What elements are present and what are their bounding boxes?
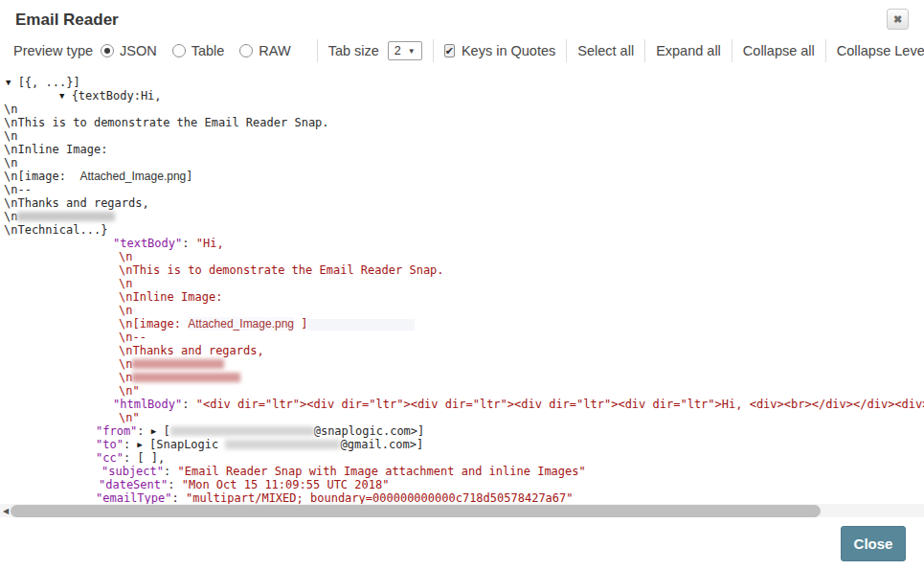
json-string-value: "Mon Oct 15 11:09:55 UTC 2018" bbox=[182, 478, 390, 491]
horizontal-scrollbar[interactable]: ◀ bbox=[0, 504, 924, 518]
keys-in-quotes-checkbox[interactable]: ✔ bbox=[444, 44, 455, 57]
json-segment: [ bbox=[156, 424, 169, 438]
json-line: ▼ {textBody:Hi, bbox=[0, 89, 924, 103]
json-line: "htmlBody": "<div dir="ltr"><div dir="lt… bbox=[0, 398, 924, 411]
json-key: "from" bbox=[96, 424, 137, 438]
json-string-value: "Hi, bbox=[196, 237, 224, 250]
json-segment: Attached_Image.png bbox=[188, 317, 294, 331]
json-string-value: \n" bbox=[119, 411, 140, 424]
json-segment: {textBody:Hi, bbox=[64, 89, 161, 103]
toolbar-divider bbox=[644, 39, 645, 62]
toolbar-divider bbox=[317, 39, 318, 62]
redacted-text bbox=[132, 373, 240, 382]
json-key: "htmlBody" bbox=[113, 398, 182, 411]
modal-footer: Close bbox=[0, 517, 924, 570]
json-segment: : bbox=[182, 398, 195, 411]
json-string-value: \nThis is to demonstrate the Email Reade… bbox=[119, 263, 444, 277]
json-segment bbox=[307, 319, 415, 331]
json-key: "to" bbox=[96, 438, 124, 451]
json-key: "textBody" bbox=[113, 237, 182, 250]
tab-size-value: 2 bbox=[394, 44, 401, 57]
expand-all-button[interactable]: Expand all bbox=[656, 43, 721, 58]
expand-toggle-icon[interactable]: ▶ bbox=[151, 424, 156, 438]
preview-type-label: Preview type bbox=[13, 43, 93, 58]
json-line: \n" bbox=[0, 411, 924, 424]
json-segment: \nTechnical...} bbox=[4, 223, 107, 237]
json-segment: \nThis is to demonstrate the Email Reade… bbox=[4, 116, 329, 129]
radio-raw-icon[interactable] bbox=[239, 44, 253, 57]
json-line: "from": ▶ [@snaplogic.com>] bbox=[0, 424, 924, 438]
json-key: "subject" bbox=[101, 465, 164, 478]
json-line: "to": ▶ [SnapLogic @gmail.com>] bbox=[0, 438, 924, 451]
json-segment: : bbox=[164, 465, 177, 478]
json-line: \n bbox=[0, 250, 924, 263]
json-line: \n bbox=[0, 357, 924, 371]
json-line: "cc": [ ], bbox=[0, 451, 924, 465]
toolbar-divider bbox=[732, 39, 732, 62]
toolbar-divider bbox=[433, 39, 434, 62]
json-line: \nThanks and regards, bbox=[0, 344, 924, 357]
json-segment: \n bbox=[4, 156, 17, 170]
toolbar-divider bbox=[566, 39, 567, 62]
radio-raw-label: RAW bbox=[259, 43, 290, 58]
radio-table-icon[interactable] bbox=[172, 44, 186, 57]
close-button[interactable]: Close bbox=[841, 526, 906, 561]
json-line: "emailType": "multipart/MIXED; boundary=… bbox=[0, 491, 924, 504]
json-segment: : bbox=[171, 491, 185, 504]
radio-json-icon[interactable] bbox=[101, 44, 114, 57]
json-string-value: \nInline Image: bbox=[119, 290, 222, 304]
json-string-value: \n bbox=[119, 277, 132, 290]
json-string-value: \n bbox=[119, 357, 132, 371]
json-segment: : bbox=[182, 237, 195, 250]
json-string-value: "<div dir="ltr"><div dir="ltr"><div dir=… bbox=[196, 398, 924, 411]
radio-table-label: Table bbox=[192, 43, 225, 58]
json-line: \nInline Image: bbox=[0, 290, 924, 304]
preview-toolbar: Preview type JSON Table RAW Tab size 2 ▼… bbox=[0, 34, 924, 70]
json-segment: \nInline Image: bbox=[4, 143, 107, 156]
radio-table[interactable]: Table bbox=[172, 43, 225, 58]
json-segment: : bbox=[124, 438, 137, 451]
tab-size-select[interactable]: 2 ▼ bbox=[388, 41, 422, 60]
json-line: ▼ [{, ...}] bbox=[0, 76, 924, 89]
collapse-level-button[interactable]: Collapse Level bbox=[837, 43, 924, 58]
expand-toggle-icon[interactable]: ▼ bbox=[6, 76, 11, 89]
json-string-value: \n bbox=[119, 371, 132, 384]
tab-size-label: Tab size bbox=[328, 43, 379, 58]
json-segment: @gmail.com>] bbox=[340, 438, 423, 451]
preview-type-radio-group: JSON Table RAW bbox=[101, 43, 306, 58]
expand-toggle-icon[interactable]: ▶ bbox=[137, 438, 142, 451]
email-reader-modal: Email Reader ✖ Preview type JSON Table R… bbox=[0, 0, 924, 570]
json-line: \n bbox=[0, 371, 924, 384]
json-line: "textBody": "Hi, bbox=[0, 237, 924, 250]
json-line: "dateSent": "Mon Oct 15 11:09:55 UTC 201… bbox=[0, 478, 924, 491]
json-line: \n-- bbox=[0, 183, 924, 196]
json-line: \n-- bbox=[0, 331, 924, 344]
toolbar-divider bbox=[825, 39, 826, 62]
json-segment: ] bbox=[186, 170, 192, 183]
keys-in-quotes-label: Keys in Quotes bbox=[462, 43, 555, 58]
json-segment: \n bbox=[4, 210, 17, 223]
redacted-text bbox=[225, 440, 340, 449]
redacted-text bbox=[170, 426, 314, 436]
json-line: \n bbox=[0, 103, 924, 116]
select-all-button[interactable]: Select all bbox=[577, 43, 634, 58]
json-segment: \nThanks and regards, bbox=[4, 196, 149, 210]
json-line: \n[image: Attached_Image.png] bbox=[0, 170, 924, 183]
json-line: \n bbox=[0, 210, 924, 223]
json-segment: [SnapLogic bbox=[143, 438, 226, 451]
redacted-text bbox=[132, 359, 224, 369]
radio-raw[interactable]: RAW bbox=[239, 43, 290, 58]
scrollbar-thumb[interactable] bbox=[11, 505, 821, 517]
json-string-value: ] bbox=[294, 317, 307, 331]
modal-header: Email Reader bbox=[0, 0, 924, 34]
expand-toggle-icon[interactable]: ▼ bbox=[59, 89, 64, 103]
json-line: \n[image: Attached_Image.png ] bbox=[0, 317, 924, 331]
json-line: "subject": "Email Reader Snap with Image… bbox=[0, 465, 924, 478]
json-string-value: \n-- bbox=[119, 331, 146, 344]
close-icon[interactable]: ✖ bbox=[887, 9, 909, 30]
radio-json[interactable]: JSON bbox=[101, 43, 157, 58]
collapse-all-button[interactable]: Collapse all bbox=[743, 43, 815, 58]
json-string-value: \n bbox=[119, 250, 132, 263]
json-segment: \n[image: bbox=[4, 170, 79, 183]
json-line: \n bbox=[0, 277, 924, 290]
